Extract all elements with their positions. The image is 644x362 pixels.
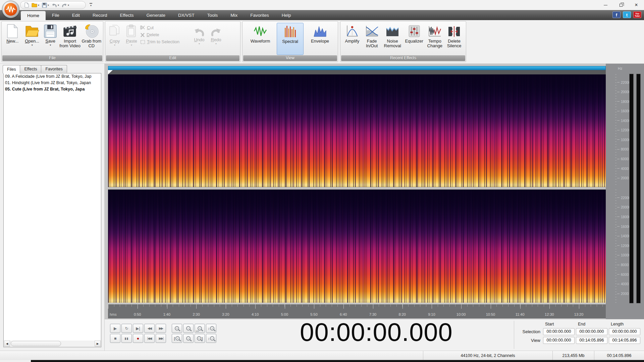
sidebar-tab-files[interactable]: Files [3,65,20,73]
quick-open-button[interactable] [31,2,40,8]
app-logo-button[interactable] [2,1,19,18]
youtube-icon[interactable]: You Tube [633,11,641,18]
tab-generate[interactable]: Generate [140,10,172,20]
delete-button[interactable]: Delete [140,33,191,37]
quick-undo-button[interactable] [51,2,60,8]
pause-button[interactable]: ▮▮ [121,334,132,343]
tab-edit[interactable]: Edit [66,10,86,20]
tab-favorites[interactable]: Favorites [244,10,275,20]
trim-to-selection-button[interactable]: Trim to Selection [140,40,191,44]
marker-ruler[interactable] [108,70,606,74]
equalizer-button[interactable]: Equalizer [404,23,424,55]
open-button[interactable]: Open... ▾ [22,23,41,55]
channel-separator[interactable] [108,187,606,190]
frequency-scale-right-channel: 22000 20000 18000 16000 14000 12000 1000… [606,190,629,303]
zoom-full-button[interactable]: ○ [183,334,194,343]
zoom-out-button[interactable]: − [183,324,194,333]
loop-button[interactable]: ↻ [121,324,132,333]
quick-save-button[interactable] [41,2,50,8]
timeline-ruler[interactable]: hms 0:50 1:40 2:30 3:20 4:10 5:00 5:50 6… [108,304,606,318]
record-button[interactable]: ● [133,334,143,343]
tab-help[interactable]: Help [275,10,298,20]
fade-in-out-button[interactable]: Fade In/Out [363,23,381,55]
import-from-video-button[interactable]: Import from Video [59,23,80,55]
envelope-view-button[interactable]: Envelope [306,23,334,55]
tab-effects[interactable]: Effects [114,10,140,20]
rewind-button[interactable]: ◀◀ [144,324,155,333]
selection-start-field[interactable] [543,328,575,335]
zoom-in-button[interactable]: + [172,324,182,333]
tempo-change-button[interactable]: Tempo Change [426,23,444,55]
copy-button[interactable]: Copy ▾ [107,23,123,55]
twitter-icon[interactable]: t [623,11,631,18]
wave-editor-area: hms 0:50 1:40 2:30 3:20 4:10 5:00 5:50 6… [105,64,644,319]
open-dropdown-arrow[interactable]: ▾ [32,44,33,47]
vertical-zoom-in-button[interactable]: ↕+ [206,324,216,333]
tab-dxvst[interactable]: DX/VST [172,10,201,20]
scroll-right-arrow[interactable]: ▶ [95,341,101,347]
quick-redo-button[interactable] [61,2,70,8]
waveform-view-button[interactable]: Waveform [246,23,275,55]
zoom-icon: + [210,326,214,330]
scroll-thumb[interactable] [11,341,61,346]
facebook-icon[interactable]: f [612,11,621,18]
zoom-100-button[interactable]: +100 [195,324,205,333]
view-length-field[interactable] [609,337,640,344]
timeline-tick-label: 2:30 [193,312,200,316]
paste-button[interactable]: Paste ▾ [123,23,140,55]
position-scrollbar[interactable] [108,66,606,70]
envelope-view-label: Envelope [311,39,329,44]
save-button[interactable]: Save ▾ [42,23,59,55]
sidebar-tab-effects[interactable]: Effects [20,65,41,73]
play-button[interactable]: ▶ [110,324,120,333]
zoom-selection-start-button[interactable]: [+ [172,334,182,343]
file-list-item-selected[interactable]: 05. Cute (Live from JZ Brat, Tokyo, Japa [4,86,101,93]
undo-button[interactable]: Undo ▾ [191,23,207,55]
quick-new-button[interactable] [24,2,30,8]
save-dropdown-arrow[interactable]: ▾ [50,44,51,47]
spectrogram-channel-left[interactable] [108,74,606,187]
maximize-button[interactable] [613,0,629,10]
noise-removal-button[interactable]: Noise Removal [382,23,402,55]
stop-button[interactable]: ■ [110,334,120,343]
tab-record[interactable]: Record [86,10,114,20]
customize-quick-access-button[interactable] [89,2,93,8]
close-button[interactable]: × [629,0,644,10]
record-icon: ● [137,336,140,341]
spectrogram-channel-right[interactable] [108,190,606,303]
redo-button[interactable]: Redo ▾ [208,23,224,55]
delete-silence-button[interactable]: Delete Silence [445,23,463,55]
view-start-field[interactable] [543,337,575,344]
tab-tools[interactable]: Tools [201,10,224,20]
stop-icon: ■ [114,336,116,341]
cut-button[interactable]: Cut [140,25,191,30]
scroll-left-arrow[interactable]: ◀ [4,341,10,347]
youtube-label-bottom: Tube [635,15,640,17]
play-to-end-button[interactable]: ▶| [133,324,143,333]
file-list-item[interactable]: 09. A Felicidade (Live from JZ Brat, Tok… [4,73,101,80]
spectral-view-label: Spectral [282,39,298,44]
fast-forward-button[interactable]: ▶▶ [156,324,166,333]
go-to-start-button[interactable]: |◀◀ [144,334,155,343]
playhead-marker[interactable] [108,70,113,74]
spectral-view-button[interactable]: Spectral [277,23,304,55]
amplify-button[interactable]: Amplify [343,23,361,55]
file-list-item[interactable]: 01. Hindsight (Live from JZ Brat, Tokyo,… [4,80,101,86]
grab-from-cd-button[interactable]: Grab from CD [82,23,102,55]
vertical-zoom-out-button[interactable]: ↕− [206,334,216,343]
new-file-icon [7,23,18,39]
loop-icon: ↻ [125,326,128,331]
waveform-view-label: Waveform [251,39,270,44]
sidebar-tab-favorites[interactable]: Favorites [41,65,67,73]
selection-end-field[interactable] [576,328,607,335]
tab-mix[interactable]: Mix [224,10,244,20]
go-to-end-button[interactable]: ▶▶| [156,334,166,343]
selection-length-field[interactable] [609,328,640,335]
minimize-button[interactable] [598,0,613,10]
tab-home[interactable]: Home [21,11,46,20]
save-floppy-icon [44,23,57,39]
tab-file[interactable]: File [46,10,66,20]
zoom-selection-end-button[interactable]: +] [195,334,205,343]
view-end-field[interactable] [576,337,607,344]
new-button[interactable]: New... [3,23,22,55]
